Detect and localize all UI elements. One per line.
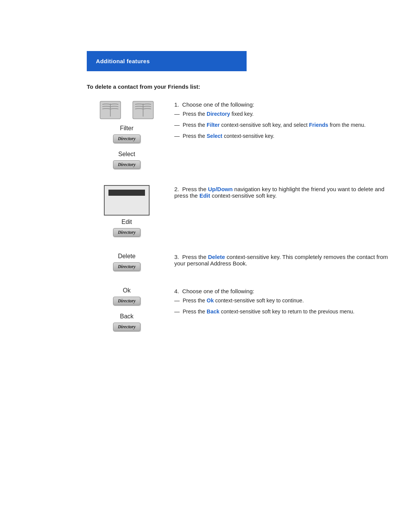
ok-label: Ok xyxy=(123,287,131,294)
filter-label: Filter xyxy=(120,125,134,132)
edit-btn: Directory xyxy=(113,228,141,237)
edit-softkey-group: Edit Directory xyxy=(113,219,141,237)
step-1-bullets: Press the Directory fixed key. Press the… xyxy=(174,110,388,140)
ok-btn: Directory xyxy=(113,297,141,305)
select-softkey-group: Select Directory xyxy=(113,151,141,169)
ok-softkey-group: Ok Directory xyxy=(113,287,141,305)
bullet-1-3: Press the Select context-sensitive key. xyxy=(174,132,388,140)
step-3-right: 3. Press the Delete context-sensitive ke… xyxy=(167,253,388,269)
filter-btn: Directory xyxy=(113,134,141,143)
step-3-left: Delete Directory xyxy=(87,253,167,275)
select-label: Select xyxy=(118,151,135,158)
step-3-number: 3. Press the Delete context-sensitive ke… xyxy=(174,254,388,267)
section-title: To delete a contact from your Friends li… xyxy=(87,83,388,90)
header-bar: Additional features xyxy=(87,51,247,71)
delete-btn: Directory xyxy=(113,262,141,271)
book-icon-1 xyxy=(99,101,121,120)
step-4-right: 4. Choose one of the following: Press th… xyxy=(167,287,388,319)
step-3-row: Delete Directory 3. Press the Delete con… xyxy=(87,253,388,275)
step-2-row: Edit Directory 2. Press the Up/Down navi… xyxy=(87,185,388,241)
screen-rect xyxy=(104,185,150,216)
step-1-left: Filter Directory Select Directory xyxy=(87,101,167,173)
delete-softkey-group: Delete Directory xyxy=(113,253,141,271)
delete-label: Delete xyxy=(118,253,135,260)
bullet-1-2: Press the Filter context-sensitive soft … xyxy=(174,121,388,129)
select-btn: Directory xyxy=(113,160,141,169)
book-icon-2 xyxy=(132,101,154,120)
main-content: To delete a contact from your Friends li… xyxy=(87,83,388,335)
step-1-right: 1. Choose one of the following: Press th… xyxy=(167,101,388,143)
bullet-1-1: Press the Directory fixed key. xyxy=(174,110,388,118)
bullet-4-1: Press the Ok context-sensitive soft key … xyxy=(174,297,388,305)
step-2-right: 2. Press the Up/Down navigation key to h… xyxy=(167,185,388,201)
filter-softkey-group: Filter Directory xyxy=(113,125,141,143)
edit-label: Edit xyxy=(121,219,132,225)
book-icons xyxy=(99,101,154,120)
step-4-bullets: Press the Ok context-sensitive soft key … xyxy=(174,297,388,316)
back-label: Back xyxy=(120,313,134,320)
bullet-4-2: Press the Back context-sensitive soft ke… xyxy=(174,308,388,316)
step-4-row: Ok Directory Back Directory 4. Choose on… xyxy=(87,287,388,335)
step-1-row: Filter Directory Select Directory 1. Cho… xyxy=(87,101,388,173)
header-title: Additional features xyxy=(96,58,150,64)
screen-rect-inner xyxy=(108,190,145,196)
step-2-left: Edit Directory xyxy=(87,185,167,241)
step-4-left: Ok Directory Back Directory xyxy=(87,287,167,335)
step-1-number: 1. Choose one of the following: xyxy=(174,101,388,108)
back-softkey-group: Back Directory xyxy=(113,313,141,331)
step-2-number: 2. Press the Up/Down navigation key to h… xyxy=(174,186,388,199)
step-4-number: 4. Choose one of the following: xyxy=(174,288,388,294)
page-container: Additional features To delete a contact … xyxy=(0,51,411,532)
back-btn: Directory xyxy=(113,323,141,331)
